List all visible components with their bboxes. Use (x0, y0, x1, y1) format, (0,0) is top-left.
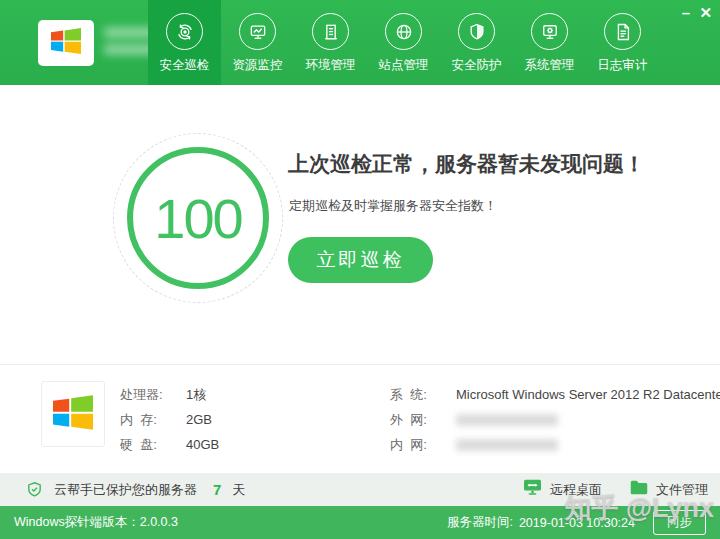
os-logo-tile (41, 381, 105, 447)
tab-label: 系统管理 (525, 57, 575, 74)
resource-monitor-icon (239, 13, 276, 50)
file-manager-label: 文件管理 (656, 481, 708, 499)
protection-text: 云帮手已保护您的服务器 (54, 481, 197, 499)
spec-label: 外 网: (390, 411, 444, 429)
spec-memory: 内 存: 2GB (120, 407, 219, 432)
minimize-button[interactable]: – (678, 2, 694, 24)
remote-desktop-label: 远程桌面 (550, 481, 602, 499)
file-manager-icon (630, 480, 648, 499)
sync-button[interactable]: 同步 (653, 510, 706, 535)
system-manage-icon (531, 13, 568, 50)
server-time-label: 服务器时间: (447, 514, 513, 531)
spec-os: 系 统: Microsoft Windows Server 2012 R2 Da… (390, 382, 720, 407)
security-protect-icon (458, 13, 495, 50)
redacted-public-ip (456, 414, 558, 426)
remote-desktop-button[interactable]: 远程桌面 (523, 479, 602, 500)
tab-label: 资源监控 (233, 57, 283, 74)
security-score: 100 (154, 186, 241, 251)
hardware-specs: 处理器: 1核 内 存: 2GB 硬 盘: 40GB (120, 382, 219, 457)
spec-label: 硬 盘: (120, 436, 174, 454)
status-bar: Windows探针端版本：2.0.0.3 服务器时间: 2019-01-03 1… (0, 506, 720, 539)
spec-value: Microsoft Windows Server 2012 R2 Datacen… (456, 387, 720, 402)
spec-value: 2GB (186, 412, 212, 427)
close-button[interactable]: ✕ (695, 2, 716, 24)
agent-version-text: Windows探针端版本：2.0.0.3 (14, 514, 178, 531)
app-logo (38, 20, 94, 66)
scan-result-title: 上次巡检正常，服务器暂未发现问题！ (288, 150, 645, 178)
top-navbar: 安全巡检 资源监控 (0, 0, 720, 85)
security-scan-icon (166, 13, 203, 50)
scan-result-subtitle: 定期巡检及时掌握服务器安全指数！ (289, 197, 497, 215)
log-audit-icon (604, 13, 641, 50)
site-manage-icon (385, 13, 422, 50)
protection-days-unit: 天 (232, 481, 245, 499)
spec-label: 内 存: (120, 411, 174, 429)
remote-desktop-icon (523, 479, 542, 500)
tab-security-protect[interactable]: 安全防护 (440, 0, 513, 85)
spec-disk: 硬 盘: 40GB (120, 432, 219, 457)
tab-label: 安全巡检 (160, 57, 210, 74)
tab-log-audit[interactable]: 日志审计 (586, 0, 659, 85)
security-score-gauge: 100 (113, 133, 283, 303)
tab-label: 安全防护 (452, 57, 502, 74)
server-time-group: 服务器时间: 2019-01-03 10:30:24 同步 (447, 510, 720, 535)
windows-logo-icon (51, 28, 81, 58)
spec-value: 40GB (186, 437, 219, 452)
network-specs: 系 统: Microsoft Windows Server 2012 R2 Da… (390, 382, 720, 457)
scan-now-button[interactable]: 立即巡检 (288, 237, 433, 283)
protection-bar: 云帮手已保护您的服务器 7 天 远程桌面 (0, 473, 720, 506)
tab-label: 日志审计 (598, 57, 648, 74)
tab-label: 环境管理 (306, 57, 356, 74)
file-manager-button[interactable]: 文件管理 (630, 480, 708, 499)
nav-tabs: 安全巡检 资源监控 (148, 0, 659, 85)
app-window: 安全巡检 资源监控 (0, 0, 720, 539)
spec-label: 处理器: (120, 386, 174, 404)
tab-environment-manage[interactable]: 环境管理 (294, 0, 367, 85)
protection-days: 7 (213, 481, 221, 498)
spec-label: 系 统: (390, 386, 444, 404)
spec-cpu: 处理器: 1核 (120, 382, 219, 407)
tab-system-manage[interactable]: 系统管理 (513, 0, 586, 85)
score-ring: 100 (127, 147, 269, 289)
section-divider (0, 364, 720, 365)
spec-label: 内 网: (390, 436, 444, 454)
spec-public-ip: 外 网: (390, 407, 720, 432)
quick-actions: 远程桌面 文件管理 (495, 479, 720, 500)
spec-private-ip: 内 网: (390, 432, 720, 457)
windows-logo-icon (53, 395, 93, 434)
tab-label: 站点管理 (379, 57, 429, 74)
redacted-private-ip (456, 439, 558, 451)
server-time-value: 2019-01-03 10:30:24 (519, 516, 635, 530)
environment-manage-icon (312, 13, 349, 50)
tab-site-manage[interactable]: 站点管理 (367, 0, 440, 85)
spec-value: 1核 (186, 386, 206, 404)
tab-security-scan[interactable]: 安全巡检 (148, 0, 221, 85)
shield-check-icon (26, 480, 43, 499)
tab-resource-monitor[interactable]: 资源监控 (221, 0, 294, 85)
